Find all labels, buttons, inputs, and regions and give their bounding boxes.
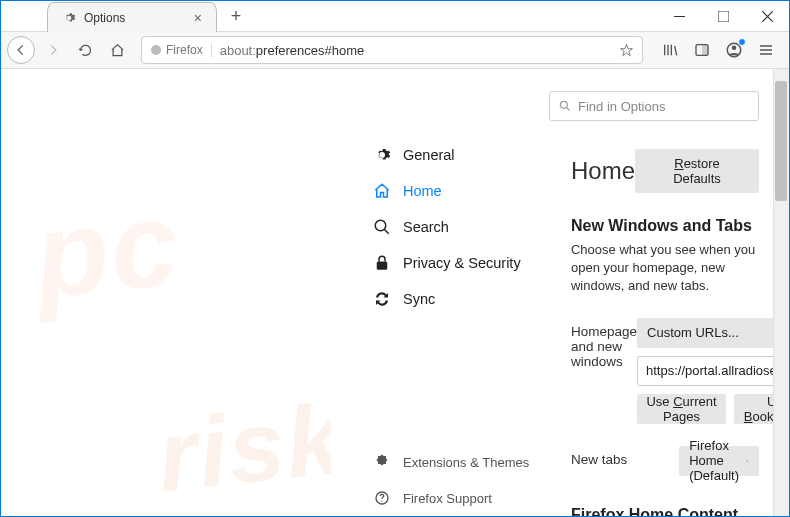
newtabs-row: New tabs Firefox Home (Default) xyxy=(571,446,759,476)
main-panel: Find in Options Home Restore Defaults Ne… xyxy=(541,69,789,516)
bookmark-star-icon[interactable] xyxy=(619,43,634,58)
sidebar-icon[interactable] xyxy=(691,39,713,61)
homepage-label: Homepage and new windows xyxy=(571,318,637,369)
svg-rect-4 xyxy=(702,45,708,56)
gear-icon xyxy=(373,146,391,164)
dropdown-value: Custom URLs... xyxy=(647,325,739,340)
homepage-url-input[interactable] xyxy=(637,356,789,386)
svg-point-11 xyxy=(560,101,567,108)
find-in-options-input[interactable]: Find in Options xyxy=(549,91,759,121)
tab-label: Options xyxy=(84,11,190,25)
toolbar-right xyxy=(653,39,783,61)
sidebar-item-label: Firefox Support xyxy=(403,491,492,506)
account-icon[interactable] xyxy=(723,39,745,61)
back-button[interactable] xyxy=(7,36,35,64)
page-title: Home xyxy=(571,157,635,185)
menu-icon[interactable] xyxy=(755,39,777,61)
reload-button[interactable] xyxy=(71,36,99,64)
browser-tab[interactable]: Options × xyxy=(47,2,217,32)
svg-point-2 xyxy=(151,45,161,55)
sidebar-item-support[interactable]: Firefox Support xyxy=(331,480,541,516)
chevron-down-icon xyxy=(745,456,749,466)
firefox-window: Options × + xyxy=(0,0,790,517)
identity-box[interactable]: Firefox xyxy=(150,43,212,57)
section-heading-new-windows: New Windows and Tabs xyxy=(571,217,759,235)
sidebar-item-label: Search xyxy=(403,219,449,235)
section-desc-new-windows: Choose what you see when you open your h… xyxy=(571,241,759,296)
sidebar-footer: Extensions & Themes Firefox Support xyxy=(331,444,541,516)
library-icon[interactable] xyxy=(659,39,681,61)
sidebar-item-search[interactable]: Search xyxy=(331,209,541,245)
search-icon xyxy=(373,218,391,236)
minimize-button[interactable] xyxy=(657,1,701,31)
sidebar-item-label: Privacy & Security xyxy=(403,255,521,271)
sync-icon xyxy=(373,290,391,308)
help-icon xyxy=(373,489,391,507)
new-tab-button[interactable]: + xyxy=(223,3,249,29)
restore-defaults-button[interactable]: Restore Defaults xyxy=(635,149,759,193)
sidebar-item-sync[interactable]: Sync xyxy=(331,281,541,317)
gear-icon xyxy=(62,11,76,25)
use-current-pages-button[interactable]: Use Current Pages xyxy=(637,394,726,424)
identity-label: Firefox xyxy=(166,43,203,57)
svg-point-6 xyxy=(732,46,737,51)
sidebar-item-general[interactable]: General xyxy=(331,137,541,173)
svg-rect-1 xyxy=(718,11,729,22)
preferences-sidebar: General Home Search Privacy & Security xyxy=(331,69,541,516)
close-tab-button[interactable]: × xyxy=(190,10,206,26)
maximize-button[interactable] xyxy=(701,1,745,31)
sidebar-item-label: General xyxy=(403,147,455,163)
section-heading-home-content: Firefox Home Content xyxy=(571,506,759,516)
lock-icon xyxy=(373,254,391,272)
homepage-dropdown[interactable]: Custom URLs... xyxy=(637,318,789,348)
sidebar-item-extensions[interactable]: Extensions & Themes xyxy=(331,444,541,480)
page-header: Home Restore Defaults xyxy=(571,149,759,193)
forward-button[interactable] xyxy=(39,36,67,64)
svg-rect-0 xyxy=(674,16,685,17)
sidebar-item-label: Extensions & Themes xyxy=(403,455,529,470)
url-text: about:preferences#home xyxy=(220,43,619,58)
newtabs-label: New tabs xyxy=(571,446,679,467)
sidebar-item-label: Sync xyxy=(403,291,435,307)
search-icon xyxy=(558,99,572,113)
scrollbar-thumb[interactable] xyxy=(775,81,787,201)
home-icon xyxy=(373,182,391,200)
svg-rect-8 xyxy=(377,262,388,270)
firefox-logo-icon xyxy=(150,44,162,56)
newtabs-dropdown[interactable]: Firefox Home (Default) xyxy=(679,446,759,476)
sidebar-item-privacy[interactable]: Privacy & Security xyxy=(331,245,541,281)
svg-point-10 xyxy=(381,501,382,502)
puzzle-icon xyxy=(373,453,391,471)
find-placeholder: Find in Options xyxy=(578,99,665,114)
scrollbar[interactable] xyxy=(773,69,789,516)
sidebar-item-home[interactable]: Home xyxy=(331,173,541,209)
watermark: pc xyxy=(28,173,218,517)
home-button[interactable] xyxy=(103,36,131,64)
url-bar[interactable]: Firefox about:preferences#home xyxy=(141,36,643,64)
titlebar: Options × + xyxy=(1,1,789,31)
close-window-button[interactable] xyxy=(745,1,789,31)
svg-point-7 xyxy=(375,220,386,231)
window-controls xyxy=(657,1,789,31)
nav-toolbar: Firefox about:preferences#home xyxy=(1,31,789,69)
content-area: pc risk General Home Search xyxy=(1,69,789,516)
dropdown-value: Firefox Home (Default) xyxy=(689,438,745,483)
sidebar-item-label: Home xyxy=(403,183,442,199)
homepage-row: Homepage and new windows Custom URLs... … xyxy=(571,318,759,424)
